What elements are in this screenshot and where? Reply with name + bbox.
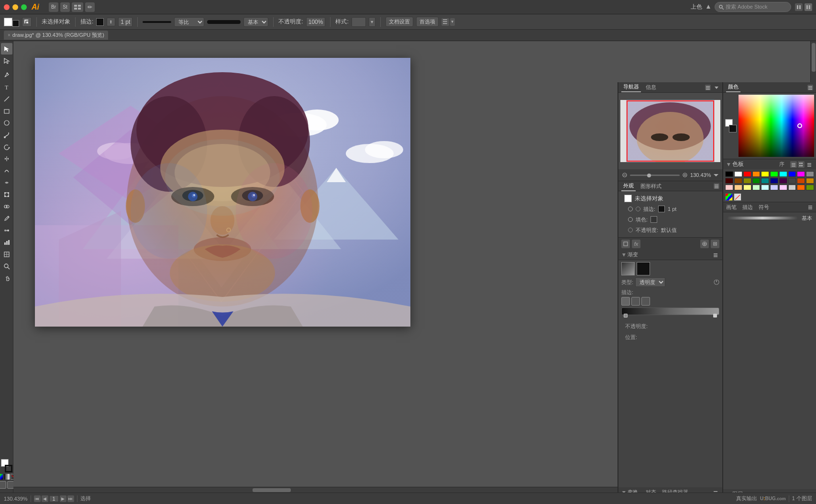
panel-collapse-btn[interactable]	[714, 85, 719, 90]
appearance-menu-btn[interactable]	[714, 183, 719, 189]
tab-close-btn[interactable]: ×	[8, 33, 11, 38]
panel-menu-btn[interactable]	[705, 85, 711, 90]
swatch-22[interactable]	[743, 185, 751, 190]
swatch-2[interactable]	[743, 171, 751, 177]
stroke-dot-3[interactable]	[641, 297, 650, 306]
tab-brush[interactable]: 画笔	[726, 204, 737, 211]
tool-free-transform[interactable]	[1, 189, 12, 200]
bridge-icon[interactable]: Br	[49, 2, 58, 12]
fx-btn[interactable]: fx	[632, 240, 640, 248]
swatch-17[interactable]	[788, 178, 796, 184]
zoom-dropdown-icon[interactable]	[714, 173, 718, 177]
tool-ellipse[interactable]	[1, 117, 12, 129]
next-page-btn[interactable]: ▶	[60, 495, 66, 502]
special-swatch-gradient[interactable]	[725, 193, 733, 201]
swatch-5[interactable]	[770, 171, 778, 177]
arrange-dropdown[interactable]: ▼	[450, 18, 455, 26]
color-mode-icon[interactable]	[0, 474, 3, 480]
swatch-4[interactable]	[761, 171, 769, 177]
new-item-btn[interactable]	[700, 240, 709, 248]
swatches-menu-btn[interactable]	[806, 162, 812, 167]
gradient-swatch-preview[interactable]	[621, 262, 635, 275]
maximize-button[interactable]	[21, 4, 27, 10]
last-page-btn[interactable]: ⏭	[67, 495, 74, 502]
zoom-out-icon[interactable]	[622, 173, 627, 177]
swatch-19[interactable]	[806, 178, 814, 184]
stock-icon[interactable]: St	[60, 2, 70, 12]
swatch-26[interactable]	[779, 185, 787, 190]
tab-stroke[interactable]: 描边	[742, 204, 753, 211]
zoom-slider[interactable]	[630, 175, 680, 176]
grad-handle-left[interactable]	[624, 314, 628, 318]
appear-vis-opacity[interactable]	[628, 228, 633, 232]
right-panel-toggle[interactable]	[805, 3, 812, 11]
swatch-12[interactable]	[743, 178, 751, 184]
tool-shape-builder[interactable]	[1, 201, 12, 212]
swatch-24[interactable]	[761, 185, 769, 190]
gradient-mode-icon[interactable]	[4, 474, 10, 480]
close-button[interactable]	[4, 4, 10, 10]
tool-mirror[interactable]	[1, 153, 12, 164]
swatch-list-view[interactable]	[790, 161, 797, 168]
prev-page-btn[interactable]: ◀	[42, 495, 48, 502]
tool-rect[interactable]	[1, 105, 12, 117]
swatch-28[interactable]	[797, 185, 805, 190]
swatch-29[interactable]	[806, 185, 814, 190]
tab-color[interactable]: 颜色	[726, 82, 740, 92]
style-preview[interactable]	[352, 17, 366, 27]
tool-zoom[interactable]	[1, 261, 12, 272]
tab-symbol[interactable]: 符号	[759, 204, 769, 211]
tool-brush[interactable]	[1, 129, 12, 141]
stroke-up-down[interactable]: ⬆	[107, 18, 115, 26]
draw-normal-btn[interactable]	[0, 481, 6, 489]
color-menu-btn[interactable]	[807, 85, 813, 90]
delete-item-btn[interactable]	[711, 240, 719, 248]
stroke-color-swatch[interactable]	[96, 18, 104, 26]
gradient-black-swatch[interactable]	[637, 262, 650, 275]
base-select[interactable]: 基本	[243, 17, 268, 27]
artwork-canvas[interactable]	[35, 58, 410, 327]
h-scroll-thumb[interactable]	[253, 488, 291, 492]
swatch-14[interactable]	[761, 178, 769, 184]
preferences-btn[interactable]: 首选项	[416, 17, 439, 27]
swatch-27[interactable]	[788, 185, 796, 190]
v-scroll-thumb[interactable]	[812, 43, 816, 72]
doc-settings-btn[interactable]: 文档设置	[386, 17, 413, 27]
appear-fill-swatch[interactable]	[651, 216, 657, 223]
tab-navigator[interactable]: 导航器	[621, 82, 641, 92]
tool-blend[interactable]	[1, 225, 12, 236]
swatch-21[interactable]	[734, 185, 742, 190]
tool-hand[interactable]	[1, 273, 12, 284]
swatch-panel-label[interactable]: 色板	[732, 160, 744, 168]
proportion-select[interactable]: 等比 非等比	[174, 17, 204, 27]
swatch-7[interactable]	[788, 171, 796, 177]
appear-obj-swatch[interactable]	[624, 195, 632, 202]
swatch-16[interactable]	[779, 178, 787, 184]
color-spectrum[interactable]	[739, 95, 814, 157]
tool-slice[interactable]	[1, 249, 12, 260]
first-page-btn[interactable]: ⏮	[34, 495, 41, 502]
file-tab[interactable]: × draw.jpg* @ 130.43% (RGB/GPU 预览)	[4, 31, 108, 40]
appear-vis-stroke[interactable]	[628, 207, 633, 211]
location-dropdown-icon[interactable]	[706, 4, 711, 11]
special-swatch-none[interactable]	[734, 193, 741, 201]
swatch-20[interactable]	[725, 185, 733, 190]
swatch-23[interactable]	[752, 185, 761, 190]
swatch-9[interactable]	[806, 171, 814, 177]
stroke-dot-2[interactable]	[631, 297, 640, 306]
pen-icon[interactable]: ✏	[85, 2, 95, 12]
new-art-style-btn[interactable]	[621, 240, 630, 248]
tab-graphic-style[interactable]: 图形样式	[639, 182, 663, 191]
swatch-10[interactable]	[725, 178, 733, 184]
swatch-8[interactable]	[797, 171, 805, 177]
bg-swatch[interactable]	[729, 125, 737, 132]
tool-type[interactable]: T	[1, 81, 12, 93]
tool-direct-selection[interactable]	[1, 55, 12, 66]
fill-swatch[interactable]	[4, 18, 12, 26]
view-mode-icon[interactable]	[72, 2, 83, 12]
tool-pen[interactable]	[1, 69, 12, 81]
tab-appearance[interactable]: 外观	[621, 181, 636, 191]
brush-menu-btn[interactable]	[807, 204, 813, 210]
swatch-6[interactable]	[779, 171, 787, 177]
tool-warp[interactable]	[1, 165, 12, 176]
